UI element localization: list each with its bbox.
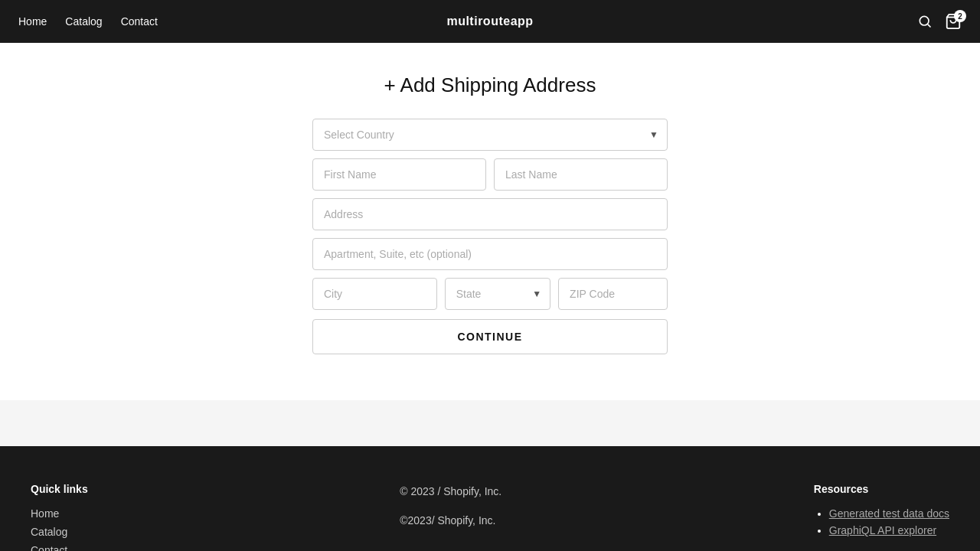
country-select[interactable]: Select Country [312, 119, 668, 151]
footer-home-link[interactable]: Home [31, 507, 88, 520]
nav-catalog[interactable]: Catalog [65, 15, 102, 28]
first-name-input[interactable] [312, 158, 486, 191]
resources-item-2: GraphiQL API explorer [829, 524, 949, 536]
name-row [312, 158, 668, 191]
graphiql-link[interactable]: GraphiQL API explorer [829, 524, 936, 536]
footer-quick-links: Quick links Home Catalog Contact [31, 483, 88, 551]
continue-button[interactable]: CONTINUE [312, 319, 668, 354]
resources-list: Generated test data docs GraphiQL API ex… [814, 507, 949, 536]
city-state-zip-row: State ▼ [312, 278, 668, 310]
cart-badge: 2 [954, 10, 966, 22]
main-content: + Add Shipping Address Select Country ▼ … [0, 43, 980, 400]
address-input[interactable] [312, 198, 668, 230]
gray-divider [0, 400, 980, 446]
last-name-input[interactable] [494, 158, 668, 191]
state-select[interactable]: State [445, 278, 550, 310]
footer: Quick links Home Catalog Contact © 2023 … [0, 446, 980, 551]
quick-links-title: Quick links [31, 483, 88, 495]
search-button[interactable] [917, 14, 933, 29]
test-data-docs-link[interactable]: Generated test data docs [829, 507, 949, 520]
footer-contact-link[interactable]: Contact [31, 544, 88, 551]
country-select-wrapper: Select Country ▼ [312, 119, 668, 151]
brand-name: multirouteapp [446, 15, 533, 28]
apt-input[interactable] [312, 238, 668, 270]
footer-resources: Resources Generated test data docs Graph… [814, 483, 949, 551]
svg-point-0 [920, 16, 929, 25]
nav-icons: 2 [917, 13, 962, 30]
city-input[interactable] [312, 278, 437, 310]
cart-button[interactable]: 2 [945, 13, 962, 30]
footer-columns: Quick links Home Catalog Contact © 2023 … [31, 483, 949, 551]
nav-links: Home Catalog Contact [18, 15, 158, 28]
search-icon [917, 14, 933, 29]
resources-title: Resources [814, 483, 949, 495]
page-title: + Add Shipping Address [384, 73, 596, 97]
nav-home[interactable]: Home [18, 15, 47, 28]
zip-input[interactable] [558, 278, 668, 310]
nav-contact[interactable]: Contact [121, 15, 158, 28]
footer-copyright: © 2023 / Shopify, Inc. [400, 483, 501, 500]
footer-catalog-link[interactable]: Catalog [31, 526, 88, 538]
footer-copyright-col: © 2023 / Shopify, Inc. ©2023/ Shopify, I… [400, 483, 501, 551]
footer-copyright2: ©2023/ Shopify, Inc. [400, 512, 501, 529]
navbar: Home Catalog Contact multirouteapp 2 [0, 0, 980, 43]
resources-item-1: Generated test data docs [829, 507, 949, 520]
svg-line-1 [928, 24, 931, 28]
state-select-wrapper: State ▼ [445, 278, 550, 310]
shipping-form: Select Country ▼ State ▼ CONTINUE [312, 119, 668, 354]
